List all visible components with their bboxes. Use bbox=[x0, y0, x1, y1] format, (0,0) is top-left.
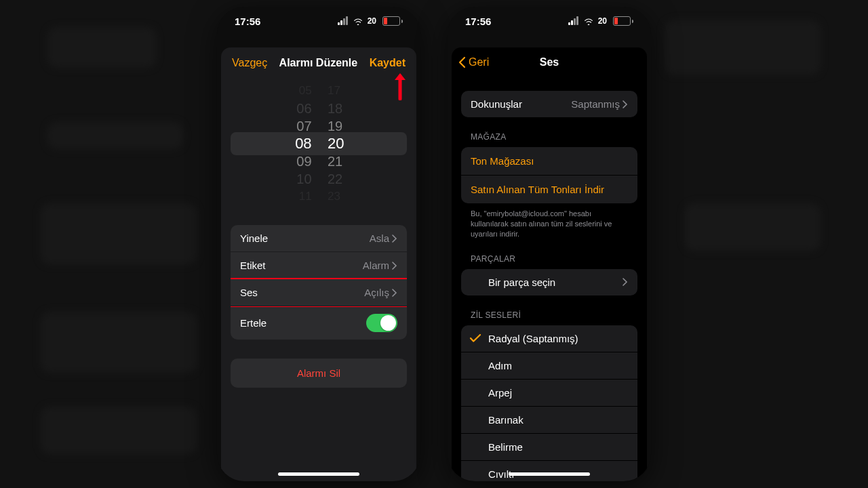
status-bar: 17:56 20 bbox=[448, 7, 651, 35]
tone-store-link[interactable]: Ton Mağazası bbox=[461, 147, 637, 175]
sound-row[interactable]: Ses Açılış bbox=[231, 279, 407, 306]
pick-song-label: Bir parça seçin bbox=[488, 277, 555, 288]
label-label: Etiket bbox=[240, 260, 266, 271]
wifi-icon bbox=[353, 17, 363, 25]
status-bar: 17:56 20 bbox=[217, 7, 420, 35]
snooze-toggle[interactable] bbox=[366, 314, 397, 332]
page-title: Alarmı Düzenle bbox=[279, 57, 358, 69]
hour-wheel[interactable]: 05 06 07 08 09 10 11 bbox=[295, 75, 311, 213]
ringtone-item[interactable]: Radyal (Saptanmış) bbox=[461, 325, 637, 352]
download-all-link[interactable]: Satın Alınan Tüm Tonları İndir bbox=[461, 175, 637, 203]
delete-alarm-button[interactable]: Alarmı Sil bbox=[231, 359, 407, 388]
ringtone-item[interactable]: Belirme bbox=[461, 433, 637, 460]
status-time: 17:56 bbox=[235, 16, 260, 27]
battery-percent: 20 bbox=[598, 16, 607, 26]
back-button[interactable]: Geri bbox=[458, 56, 489, 68]
pick-song-row[interactable]: Bir parça seçin bbox=[461, 269, 637, 296]
ringtone-item[interactable]: Arpej bbox=[461, 379, 637, 406]
label-row[interactable]: Etiket Alarm bbox=[231, 251, 407, 279]
chevron-right-icon bbox=[623, 100, 628, 108]
snooze-row: Ertele bbox=[231, 306, 407, 340]
minute-wheel[interactable]: 17 18 19 20 21 22 23 bbox=[328, 75, 344, 213]
phone-sound-settings: 17:56 20 Geri Ses D bbox=[448, 7, 651, 481]
chevron-right-icon bbox=[392, 262, 397, 270]
status-time: 17:56 bbox=[465, 16, 491, 27]
signal-icon bbox=[568, 18, 579, 25]
haptics-row[interactable]: Dokunuşlar Saptanmış bbox=[461, 91, 637, 117]
label-value: Alarm bbox=[363, 260, 389, 271]
alarm-options: Yinele Asla Etiket Alarm Ses Açılış bbox=[231, 225, 407, 340]
time-picker[interactable]: 05 06 07 08 09 10 11 17 18 19 20 21 22 2… bbox=[231, 75, 407, 213]
chevron-right-icon bbox=[392, 235, 397, 243]
ringtone-item[interactable]: Adım bbox=[461, 352, 637, 379]
home-indicator[interactable] bbox=[278, 472, 359, 476]
save-button[interactable]: Kaydet bbox=[370, 57, 406, 69]
store-footer: Bu, "emirybolat@icloud.com" hesabı kulla… bbox=[471, 209, 628, 239]
ringtone-item[interactable]: Cıvıltı bbox=[461, 460, 637, 481]
wifi-icon bbox=[583, 17, 594, 25]
sound-label: Ses bbox=[240, 287, 258, 298]
songs-header: PARÇALAR bbox=[471, 254, 628, 264]
sound-value: Açılış bbox=[364, 287, 389, 298]
ringtone-item[interactable]: Barınak bbox=[461, 406, 637, 433]
repeat-label: Yinele bbox=[240, 232, 268, 244]
haptics-label: Dokunuşlar bbox=[471, 98, 522, 110]
chevron-right-icon bbox=[392, 289, 397, 297]
chevron-left-icon bbox=[458, 56, 466, 68]
snooze-label: Ertele bbox=[240, 317, 267, 329]
repeat-row[interactable]: Yinele Asla bbox=[231, 225, 407, 251]
repeat-value: Asla bbox=[370, 232, 389, 244]
battery-icon bbox=[613, 16, 633, 26]
signal-icon bbox=[338, 18, 349, 25]
check-icon bbox=[469, 333, 481, 343]
home-indicator[interactable] bbox=[509, 472, 590, 476]
phone-edit-alarm: 17:56 20 Vazgeç Alarmı Düzenle Kaydet 05 bbox=[217, 7, 420, 481]
store-header: MAĞAZA bbox=[471, 132, 628, 142]
battery-percent: 20 bbox=[368, 16, 376, 26]
haptics-value: Saptanmış bbox=[571, 98, 620, 110]
battery-icon bbox=[382, 16, 403, 26]
sound-nav: Geri Ses bbox=[452, 47, 647, 75]
cancel-button[interactable]: Vazgeç bbox=[232, 57, 267, 69]
edit-alarm-nav: Vazgeç Alarmı Düzenle Kaydet bbox=[221, 47, 416, 75]
chevron-right-icon bbox=[623, 278, 628, 286]
ringtones-header: ZİL SESLERİ bbox=[471, 310, 628, 320]
